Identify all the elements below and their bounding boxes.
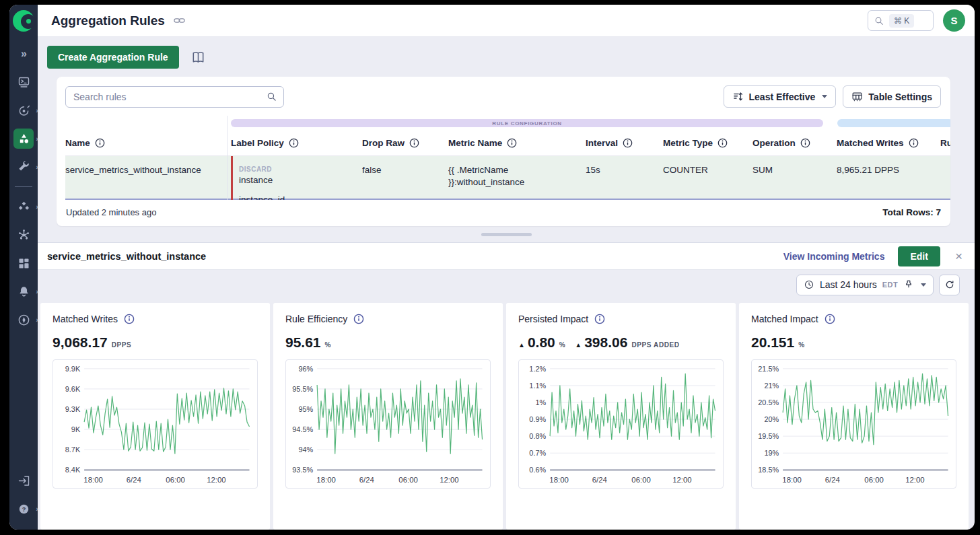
card-matched-writes: Matched Writes 9,068.17DPPS 9.9K9.6K9.3K… <box>40 303 270 530</box>
svg-text:9.6K: 9.6K <box>65 385 81 393</box>
splitter-handle[interactable] <box>481 233 532 236</box>
table-row[interactable]: service_metrics_without_instance DISCARD… <box>65 156 950 200</box>
topbar: Aggregation Rules ⌘ K S <box>38 5 975 37</box>
copy-link-icon[interactable] <box>173 14 186 27</box>
row-metric-type: COUNTER <box>663 156 753 200</box>
svg-text:8.7K: 8.7K <box>65 445 81 454</box>
chevron-right-icon: › <box>36 163 38 171</box>
svg-text:94%: 94% <box>298 445 313 454</box>
refresh-icon <box>944 279 955 290</box>
svg-text:18:00: 18:00 <box>316 476 335 484</box>
svg-text:94.5%: 94.5% <box>292 425 313 433</box>
table-settings-button[interactable]: Table Settings <box>843 85 941 108</box>
svg-text:6/24: 6/24 <box>127 476 141 484</box>
info-icon[interactable] <box>909 138 919 148</box>
sidebar-item-monitors[interactable]: › <box>13 310 34 330</box>
card-rule-efficiency: Rule Efficiency 95.61% 96%95.5%95%94.5%9… <box>273 303 503 530</box>
sidebar-item-shaping[interactable]: › <box>13 129 34 149</box>
col-interval: Interval <box>586 138 663 148</box>
sidebar-item-logout[interactable] <box>13 470 34 491</box>
svg-text:20.5%: 20.5% <box>758 398 779 406</box>
time-range-picker[interactable]: Last 24 hours EDT <box>796 275 934 295</box>
svg-text:12:00: 12:00 <box>207 476 225 484</box>
compass-icon <box>17 313 31 327</box>
chevron-right-icon: › <box>36 135 38 143</box>
matched-impact-chart: 21.5%21%20.5%20%19.5%19%18.5%18:006/2406… <box>751 359 956 489</box>
info-icon[interactable] <box>507 138 517 148</box>
table-settings-label: Table Settings <box>868 92 932 102</box>
sidebar-item-topology[interactable] <box>13 225 34 245</box>
refresh-button[interactable] <box>939 275 960 295</box>
chevron-right-icon: › <box>36 106 38 114</box>
sidebar-item-services[interactable]: › <box>13 197 34 217</box>
svg-text:1.2%: 1.2% <box>529 365 546 373</box>
info-icon[interactable] <box>800 138 810 148</box>
info-icon[interactable] <box>289 138 299 148</box>
info-icon[interactable] <box>623 138 633 148</box>
sort-icon <box>732 91 744 102</box>
rule-detail-panel: service_metrics_without_instance View In… <box>38 242 975 530</box>
info-icon[interactable] <box>353 314 364 324</box>
edit-button[interactable]: Edit <box>898 246 940 266</box>
svg-text:0.8%: 0.8% <box>529 432 546 440</box>
rules-search-input[interactable] <box>65 86 284 108</box>
wrench-icon <box>17 160 31 174</box>
svg-text:12:00: 12:00 <box>672 476 691 484</box>
info-icon[interactable] <box>95 138 105 148</box>
sidebar-item-explorer[interactable]: › <box>13 100 34 120</box>
updated-timestamp: Updated 2 minutes ago <box>66 207 156 217</box>
frozen-column-divider <box>227 116 228 200</box>
app-window: » › › › › › › ?› Aggregation Rules ⌘ K S <box>9 5 975 530</box>
sidebar-item-alerts[interactable]: › <box>13 281 34 301</box>
svg-text:06:00: 06:00 <box>864 476 883 484</box>
svg-text:20%: 20% <box>764 415 779 423</box>
svg-text:18:00: 18:00 <box>782 476 801 484</box>
help-icon: ? <box>18 503 30 515</box>
avatar[interactable]: S <box>943 9 965 32</box>
info-icon[interactable] <box>718 138 728 148</box>
svg-text:0.9%: 0.9% <box>529 415 546 423</box>
sidebar-item-admin[interactable]: › <box>13 157 34 177</box>
row-interval: 15s <box>586 156 663 200</box>
sort-dropdown[interactable]: Least Effective <box>724 85 837 108</box>
sidebar-item-dashboards[interactable] <box>13 253 34 273</box>
card-title: Matched Writes <box>53 314 118 324</box>
svg-text:95%: 95% <box>298 405 313 413</box>
sidebar-item-query-console[interactable] <box>13 72 34 92</box>
create-aggregation-rule-button[interactable]: Create Aggregation Rule <box>47 46 179 69</box>
col-label-policy: Label Policy <box>231 138 362 148</box>
docs-book-icon[interactable] <box>190 50 206 65</box>
svg-text:9.3K: 9.3K <box>65 405 81 413</box>
up-arrow-icon: ▲ <box>575 341 582 349</box>
info-icon[interactable] <box>825 314 835 324</box>
band-label: RULE CONFIGURATION <box>492 120 562 127</box>
expand-sidebar-icon[interactable]: » <box>13 44 34 64</box>
dashboard-icon <box>17 256 31 271</box>
card-persisted-impact: Persisted Impact ▲0.80% ▲398.06DPPS ADDE… <box>506 303 736 530</box>
view-incoming-metrics-link[interactable]: View Incoming Metrics <box>783 251 885 262</box>
page-title: Aggregation Rules <box>51 13 165 28</box>
card-matched-impact: Matched Impact 20.151% 21.5%21%20.5%20%1… <box>739 303 969 530</box>
chevron-right-icon: › <box>36 203 38 211</box>
close-icon[interactable]: × <box>954 250 964 262</box>
chevron-right-icon: › <box>36 505 38 513</box>
chronosphere-logo[interactable] <box>13 10 34 32</box>
sidebar-item-help[interactable]: ?› <box>13 499 34 519</box>
sidebar-divider <box>15 186 32 187</box>
svg-text:0.6%: 0.6% <box>529 466 546 474</box>
matched-writes-chart: 9.9K9.6K9.3K9K8.7K8.4K18:006/2406:0012:0… <box>53 359 258 489</box>
rule-efficiency-chart: 96%95.5%95%94.5%94%93.5%18:006/2406:0012… <box>285 359 491 489</box>
rules-table: RULE CONFIGURATION Name Label Policy Dro… <box>65 116 950 200</box>
table-icon <box>851 91 863 102</box>
info-icon[interactable] <box>594 314 605 324</box>
info-icon[interactable] <box>409 138 419 148</box>
svg-text:18:00: 18:00 <box>83 476 102 484</box>
time-range-label: Last 24 hours <box>820 279 877 290</box>
card-title: Persisted Impact <box>518 314 588 324</box>
rule-detail-title: service_metrics_without_instance <box>47 251 206 262</box>
cubes-icon <box>17 200 31 214</box>
global-search[interactable]: ⌘ K <box>868 10 934 31</box>
col-operation: Operation <box>753 138 837 148</box>
svg-text:19.5%: 19.5% <box>758 432 779 440</box>
info-icon[interactable] <box>124 314 135 324</box>
